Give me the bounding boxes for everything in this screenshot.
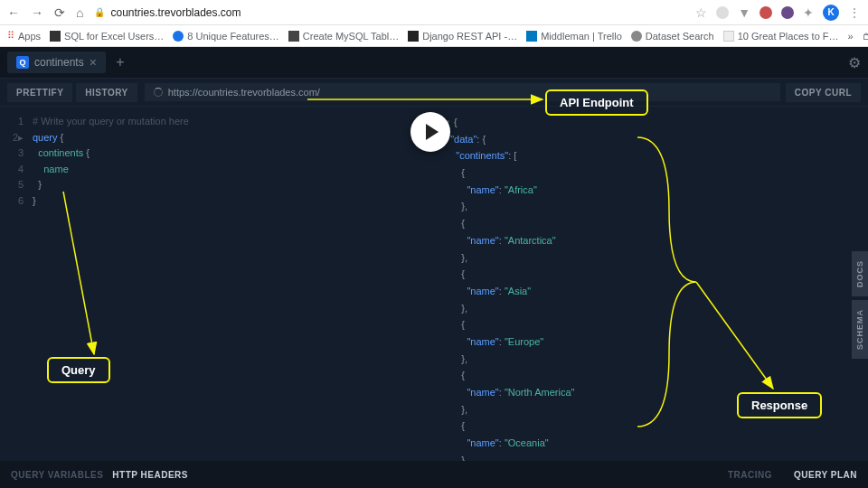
back-button[interactable]: ← [7, 5, 20, 20]
reload-button[interactable]: ⟳ [54, 5, 65, 20]
bookmark-item[interactable]: Dataset Search [631, 31, 714, 42]
ext-icon-1[interactable] [716, 6, 729, 19]
endpoint-url: https://countries.trevorblades.com/ [168, 87, 320, 98]
lock-icon: 🔒 [94, 7, 105, 17]
url-text: countries.trevorblades.com [110, 6, 241, 19]
bookmark-item[interactable]: 10 Great Places to F… [723, 31, 839, 42]
ext-icon-3[interactable] [760, 6, 772, 19]
extensions-icon[interactable]: ✦ [803, 5, 814, 20]
play-icon [426, 124, 439, 140]
tabs-row: Q continents × + ⚙ [0, 47, 868, 78]
close-icon[interactable]: × [90, 55, 97, 70]
side-tabs: DOCS SCHEMA [852, 251, 868, 359]
bottom-bar: QUERY VARIABLES HTTP HEADERS TRACING QUE… [0, 461, 868, 488]
bookmark-item[interactable]: Create MySQL Tabl… [288, 31, 399, 42]
ext-icon-4[interactable] [781, 6, 794, 19]
new-tab-button[interactable]: + [109, 52, 131, 73]
annotation-endpoint: API Endpoint [545, 89, 648, 116]
docs-tab[interactable]: DOCS [852, 251, 868, 296]
menu-icon[interactable]: ⋮ [848, 5, 861, 20]
forward-button[interactable]: → [31, 5, 43, 20]
gear-icon[interactable]: ⚙ [848, 54, 861, 71]
bookmark-item[interactable]: 8 Unique Features… [173, 31, 279, 42]
star-icon[interactable]: ☆ [695, 5, 707, 20]
playground-toolbar: PRETTIFY HISTORY https://countries.trevo… [0, 78, 868, 107]
profile-avatar[interactable]: K [823, 5, 839, 21]
bookmarks-overflow[interactable]: » [848, 31, 854, 42]
annotation-query: Query [47, 357, 110, 383]
graphql-playground: Q continents × + ⚙ PRETTIFY HISTORY http… [0, 47, 868, 488]
run-button[interactable] [410, 112, 450, 152]
annotation-response: Response [737, 392, 822, 418]
query-badge-icon: Q [16, 56, 29, 69]
bookmarks-bar: ⠿Apps SQL for Excel Users… 8 Unique Feat… [0, 25, 868, 47]
history-button[interactable]: HISTORY [76, 83, 137, 102]
schema-tab[interactable]: SCHEMA [852, 300, 868, 359]
query-editor[interactable]: 1# Write your query or mutation here 2▸q… [0, 107, 434, 461]
bookmark-item[interactable]: Django REST API -… [408, 31, 517, 42]
home-button[interactable]: ⌂ [76, 5, 83, 20]
query-plan-tab[interactable]: QUERY PLAN [794, 470, 857, 480]
address-bar[interactable]: 🔒 countries.trevorblades.com [94, 6, 241, 19]
bookmark-item[interactable]: Middleman | Trello [526, 31, 622, 42]
copy-curl-button[interactable]: COPY CURL [786, 83, 861, 102]
tracing-tab[interactable]: TRACING [728, 470, 772, 480]
query-variables-tab[interactable]: QUERY VARIABLES [11, 470, 103, 480]
prettify-button[interactable]: PRETTIFY [7, 83, 72, 102]
other-bookmarks[interactable]: 🗀Other bookmarks [863, 31, 868, 42]
http-headers-tab[interactable]: HTTP HEADERS [112, 470, 188, 480]
endpoint-input[interactable]: https://countries.trevorblades.com/ [145, 83, 780, 101]
tab-label: continents [34, 56, 84, 69]
bookmark-item[interactable]: SQL for Excel Users… [50, 31, 164, 42]
nav-arrows: ← → ⟳ ⌂ [7, 5, 83, 20]
ext-icon-2[interactable]: ▼ [738, 5, 750, 20]
loading-icon [154, 88, 163, 97]
chrome-actions: ☆ ▼ ✦ K ⋮ [695, 5, 861, 21]
apps-button[interactable]: ⠿Apps [7, 30, 41, 42]
tab-active[interactable]: Q continents × [7, 52, 106, 73]
browser-toolbar: ← → ⟳ ⌂ 🔒 countries.trevorblades.com ☆ ▼… [0, 0, 868, 25]
